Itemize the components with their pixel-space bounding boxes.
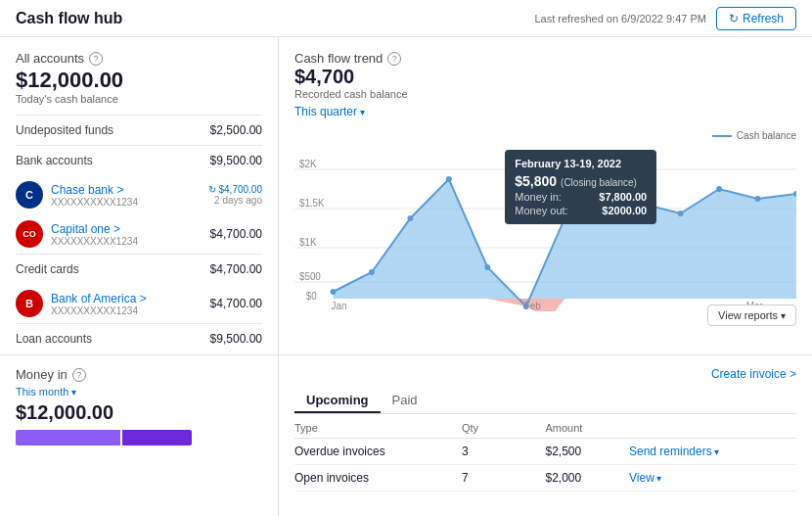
chase-bank-item: C Chase bank > XXXXXXXXXX1234 ↻ $4,700.0… [16, 175, 262, 214]
tooltip-date: February 13-19, 2022 [515, 158, 647, 169]
capital-one-account-number: XXXXXXXXXX1234 [51, 236, 203, 247]
invoice-qty-1: 3 [462, 445, 546, 458]
bottom-row: Money in ? This month ▾ $12,000.00 Creat… [0, 354, 812, 516]
send-reminders-button[interactable]: Send reminders ▾ [629, 445, 796, 458]
boa-icon: B [16, 290, 43, 317]
chase-account-number: XXXXXXXXXX1234 [51, 197, 201, 208]
undeposited-funds-row: Undeposited funds $2,500.00 [16, 115, 262, 145]
tooltip-money-in-value: $7,800.00 [599, 191, 647, 203]
invoice-table-header: Type Qty Amount [294, 422, 796, 439]
invoice-table: Type Qty Amount Overdue invoices 3 $2,50… [294, 422, 796, 492]
chart-tooltip: February 13-19, 2022 $5,800 (Closing bal… [505, 150, 656, 224]
all-accounts-header: All accounts ? [16, 51, 262, 66]
bank-accounts-label: Bank accounts [16, 154, 93, 167]
page-container: Cash flow hub Last refreshed on 6/9/2022… [0, 0, 812, 516]
svg-point-15 [446, 176, 452, 182]
tab-upcoming[interactable]: Upcoming [294, 389, 381, 413]
refresh-icon: ↻ [729, 12, 739, 25]
chart-info-icon[interactable]: ? [387, 52, 401, 66]
all-accounts-label: All accounts [16, 51, 84, 66]
svg-text:$1K: $1K [299, 237, 317, 248]
chase-icon: C [16, 181, 43, 209]
tooltip-closing: (Closing balance) [561, 177, 637, 188]
legend-label: Cash balance [737, 130, 796, 141]
progress-segment-1 [16, 430, 120, 446]
loan-accounts-row: Loan accounts $9,500.00 [16, 323, 262, 353]
create-invoice-link[interactable]: Create invoice > [711, 367, 796, 381]
invoice-action-1: Send reminders ▾ [629, 445, 796, 458]
capital-one-name[interactable]: Capital one > [51, 222, 203, 236]
view-reports-chevron-icon: ▾ [781, 310, 786, 321]
svg-text:$1.5K: $1.5K [299, 198, 325, 209]
invoice-row: Open invoices 7 $2,000 View ▾ [294, 465, 796, 492]
invoices-tabs: Upcoming Paid [294, 389, 796, 414]
page-title: Cash flow hub [16, 10, 122, 27]
chart-amount: $4,700 [294, 66, 796, 88]
svg-text:$0: $0 [306, 291, 317, 302]
month-chevron-icon: ▾ [71, 387, 76, 398]
invoices-header: Create invoice > [294, 367, 796, 381]
undeposited-label: Undeposited funds [16, 123, 113, 137]
svg-text:$500: $500 [299, 271, 321, 282]
svg-text:Jan: Jan [331, 301, 346, 311]
svg-point-21 [678, 211, 684, 216]
tooltip-money-out-row: Money out: $2000.00 [515, 205, 647, 216]
boa-info: Bank of America > XXXXXXXXXX1234 [51, 292, 203, 316]
view-reports-button[interactable]: View reports ▾ [707, 305, 796, 326]
svg-text:$2K: $2K [299, 159, 317, 169]
money-in-amount: $12,000.00 [16, 401, 262, 424]
svg-text:Feb: Feb [524, 301, 541, 311]
quarter-chevron-icon: ▾ [360, 107, 365, 117]
boa-amount: $4,700.00 [210, 297, 262, 310]
chase-info: Chase bank > XXXXXXXXXX1234 [51, 183, 201, 208]
capital-one-amount: $4,700.00 [210, 227, 262, 241]
refresh-button[interactable]: ↻ Refresh [716, 7, 796, 30]
svg-point-14 [407, 215, 413, 221]
view-button[interactable]: View ▾ [629, 471, 796, 485]
header: Cash flow hub Last refreshed on 6/9/2022… [0, 0, 812, 37]
svg-point-22 [716, 186, 722, 192]
all-accounts-info-icon[interactable]: ? [89, 52, 103, 66]
capital-one-item: CO Capital one > XXXXXXXXXX1234 $4,700.0… [16, 214, 262, 254]
col-type-header: Type [294, 422, 462, 434]
header-right: Last refreshed on 6/9/2022 9:47 PM ↻ Ref… [534, 7, 796, 30]
invoice-amount-1: $2,500 [546, 445, 630, 458]
refresh-info: Last refreshed on 6/9/2022 9:47 PM [534, 13, 706, 24]
chart-panel: Cash flow trend ? $4,700 Recorded cash b… [279, 37, 812, 354]
chart-title-row: Cash flow trend ? [294, 51, 796, 66]
invoices-panel: Create invoice > Upcoming Paid Type Qty … [279, 355, 812, 516]
invoice-type-2: Open invoices [294, 471, 462, 485]
capital-one-right: $4,700.00 [210, 227, 262, 241]
chart-title: Cash flow trend [294, 51, 383, 66]
tooltip-money-out-value: $2000.00 [602, 205, 647, 216]
svg-point-16 [484, 264, 490, 270]
svg-point-23 [755, 196, 761, 202]
chart-legend: Cash balance [712, 130, 796, 141]
chase-name[interactable]: Chase bank > [51, 183, 201, 197]
svg-point-12 [331, 289, 337, 295]
progress-segment-2 [122, 430, 192, 446]
top-row: All accounts ? $12,000.00 Today's cash b… [0, 37, 812, 354]
boa-right: $4,700.00 [210, 297, 262, 310]
loan-accounts-label: Loan accounts [16, 332, 92, 346]
tooltip-amount: $5,800 [515, 173, 557, 189]
quarter-selector[interactable]: This quarter ▾ [294, 105, 365, 118]
send-reminders-chevron-icon: ▾ [714, 446, 719, 457]
money-in-header: Money in ? [16, 367, 262, 382]
invoice-row: Overdue invoices 3 $2,500 Send reminders… [294, 439, 796, 465]
capital-one-icon: CO [16, 220, 43, 248]
tooltip-money-in-row: Money in: $7,800.00 [515, 191, 647, 203]
tab-paid[interactable]: Paid [381, 389, 429, 413]
boa-item: B Bank of America > XXXXXXXXXX1234 $4,70… [16, 284, 262, 323]
boa-account-number: XXXXXXXXXX1234 [51, 305, 203, 316]
view-chevron-icon: ▾ [656, 473, 661, 484]
chase-right: ↻ $4,700.00 2 days ago [208, 184, 263, 206]
money-in-panel: Money in ? This month ▾ $12,000.00 [0, 355, 279, 516]
progress-bar [16, 430, 192, 446]
month-selector[interactable]: This month ▾ [16, 386, 76, 398]
cash-balance-label: Today's cash balance [16, 93, 262, 105]
money-in-info-icon[interactable]: ? [72, 368, 86, 382]
chart-header: Cash flow trend ? $4,700 Recorded cash b… [294, 51, 796, 124]
boa-name[interactable]: Bank of America > [51, 292, 203, 305]
invoice-qty-2: 7 [462, 471, 546, 485]
